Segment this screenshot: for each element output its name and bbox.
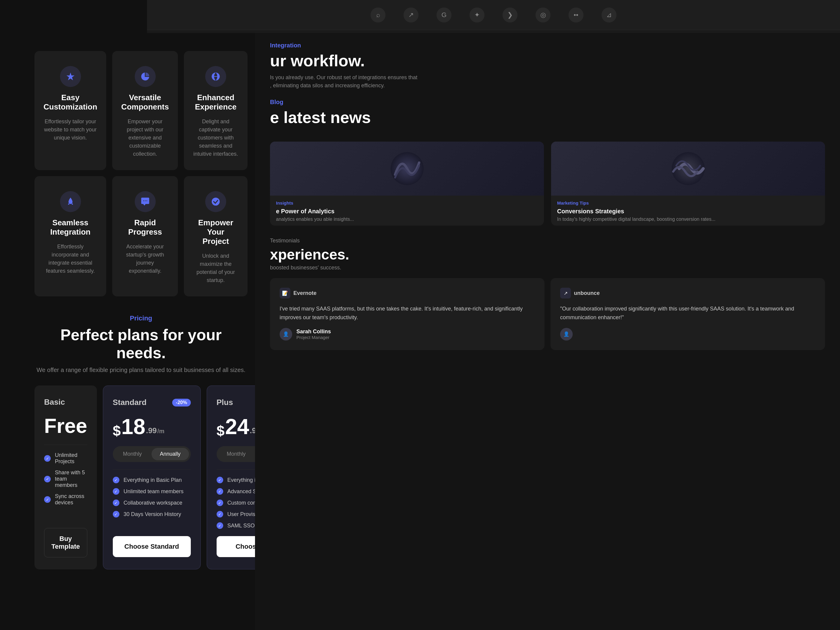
news-card-1-body: Insights e Power of Analytics analytics … <box>270 196 544 226</box>
rocket-icon <box>66 197 75 207</box>
icon-chevron: ❯ <box>502 8 518 22</box>
feature-title-2: Versatile Components <box>121 93 169 112</box>
feature-card-rapid-progress: Rapid Progress Accelerate your startup's… <box>112 176 178 297</box>
feature-card-easy-customization: Easy Customization Effortlessly tailor y… <box>35 51 106 170</box>
enhanced-experience-icon-wrap <box>205 66 226 87</box>
standard-currency: $ <box>113 422 121 439</box>
blog-title: e latest news <box>270 108 825 126</box>
standard-plan-features: ✓ Everything in Basic Plan ✓ Unlimited t… <box>113 477 191 518</box>
icon-bar-top: ⌕ ↗ G ✦ ❯ ◎ •• ⊿ <box>147 0 840 30</box>
feature-desc-2: Empower your project with our extensive … <box>121 118 169 158</box>
feature-title-6: Empower Your Project <box>193 218 238 246</box>
feature-desc-6: Unlock and maximize the potential of you… <box>193 252 238 284</box>
standard-monthly-btn[interactable]: Monthly <box>115 448 150 460</box>
standard-feature-4: ✓ 30 Days Version History <box>113 511 191 518</box>
pricing-title: Perfect plans for your needs. <box>35 326 248 362</box>
seamless-integration-icon-wrap <box>60 191 81 212</box>
basic-plan-features: ✓ Unlimited Projects ✓ Share with 5 team… <box>44 452 87 506</box>
basic-cta-button[interactable]: Buy Template <box>44 528 87 557</box>
icon-star: ✦ <box>469 8 485 22</box>
feature-desc-4: Effortlessly incorporate and integrate e… <box>44 243 97 275</box>
testimonials-title: xperiences. <box>270 246 825 263</box>
plus-plan-name: Plus <box>216 398 233 407</box>
plan-card-basic: Basic Free ✓ Unlimited Projects ✓ Share … <box>35 385 97 569</box>
news-card-2-tag: Marketing Tips <box>557 201 819 205</box>
integration-header: Integration ur workflow. ls you already … <box>255 33 840 93</box>
icon-g: G <box>436 8 452 22</box>
easy-customization-icon-wrap <box>60 66 81 87</box>
pie-chart-icon <box>141 72 150 81</box>
plus-price-number: 24 <box>225 414 249 439</box>
news-card-1-illustration <box>389 151 425 186</box>
check-icon-p3: ✓ <box>216 499 223 506</box>
standard-cta-button[interactable]: Choose Standard <box>113 536 191 557</box>
rapid-progress-icon-wrap <box>135 191 156 212</box>
news-card-1: Insights e Power of Analytics analytics … <box>270 142 544 226</box>
check-icon-p2: ✓ <box>216 488 223 495</box>
standard-price-number: 18 <box>121 414 145 439</box>
check-icon-s1: ✓ <box>113 477 119 483</box>
news-card-2-illustration <box>670 151 706 186</box>
testimonial-2-text: "Our collaboration improved significantl… <box>560 305 815 322</box>
check-icon-3: ✓ <box>44 496 51 503</box>
icon-circle: ◎ <box>535 8 551 22</box>
unbounce-label: unbounce <box>574 290 600 297</box>
news-card-1-tag: Insights <box>276 201 538 205</box>
feature-card-seamless-integration: Seamless Integration Effortlessly incorp… <box>35 176 106 297</box>
testimonials-tag: Testimonials <box>270 238 825 244</box>
standard-annually-btn[interactable]: Annually <box>152 448 189 460</box>
blog-section-header: Blog e latest news <box>255 93 840 129</box>
svg-point-2 <box>145 201 145 201</box>
check-icon-p1: ✓ <box>216 477 223 483</box>
testimonial-1-logo: 📝 Evernote <box>279 288 535 298</box>
testimonials-grid: 📝 Evernote I've tried many SAAS platform… <box>270 278 825 350</box>
globe-icon <box>211 72 221 81</box>
icon-search: ⌕ <box>371 8 385 22</box>
plus-monthly-btn[interactable]: Monthly <box>218 448 254 460</box>
feature-desc-1: Effortlessly tailor your website to matc… <box>44 118 97 142</box>
check-icon-s2: ✓ <box>113 488 119 495</box>
empower-project-icon-wrap <box>205 191 226 212</box>
check-icon-1: ✓ <box>44 455 51 462</box>
testimonials-section: Testimonials xperiences. boosted busines… <box>255 232 840 356</box>
plan-card-standard: Standard -20% $ 18 .99 /m Monthly Annual… <box>103 385 201 569</box>
news-card-2: Marketing Tips Conversions Strategies In… <box>551 142 825 226</box>
check-circle-icon <box>211 197 221 207</box>
author-2-avatar: 👤 <box>560 328 573 341</box>
check-icon-s4: ✓ <box>113 511 119 518</box>
unbounce-icon: ↗ <box>560 288 571 298</box>
evernote-label: Evernote <box>294 290 316 297</box>
feature-card-versatile-components: Versatile Components Empower your projec… <box>112 51 178 170</box>
icon-arrow: ↗ <box>404 8 418 22</box>
standard-billing-toggle: Monthly Annually <box>113 446 191 462</box>
sparkle-icon <box>66 72 75 81</box>
right-panel: Integration ur workflow. ls you already … <box>255 33 840 630</box>
page-wrapper: ⌕ ↗ G ✦ ❯ ◎ •• ⊿ ◉ g ✏ ⊗ ▤ ⊞ e 🔊 Ea <box>0 0 840 630</box>
feature-card-empower-project: Empower Your Project Unlock and maximize… <box>184 176 248 297</box>
author-1-avatar: 👤 <box>279 328 292 341</box>
integration-title: ur workflow. <box>270 51 825 70</box>
author-1-name: Sarah Collins <box>297 328 331 335</box>
testimonial-2-logo: ↗ unbounce <box>560 288 815 298</box>
standard-cents: .99 <box>146 426 156 435</box>
news-card-1-desc: analytics enables you able insights... <box>276 216 538 222</box>
check-icon-p5: ✓ <box>216 522 223 529</box>
testimonials-desc: boosted businesses' success. <box>270 265 825 271</box>
icon-dots: •• <box>568 8 584 22</box>
check-icon-2: ✓ <box>44 476 51 482</box>
feature-title-4: Seamless Integration <box>44 218 97 237</box>
pricing-label: Pricing <box>35 314 248 322</box>
testimonial-1-author: 👤 Sarah Collins Project Manager <box>279 328 535 341</box>
author-1-info: Sarah Collins Project Manager <box>297 328 331 340</box>
features-grid: Easy Customization Effortlessly tailor y… <box>22 45 259 302</box>
pricing-section: Pricing Perfect plans for your needs. We… <box>22 302 259 569</box>
standard-feature-1: ✓ Everything in Basic Plan <box>113 477 191 483</box>
basic-feature-3: ✓ Sync across devices <box>44 493 87 506</box>
feature-desc-3: Delight and captivate your customers wit… <box>193 118 238 158</box>
versatile-components-icon-wrap <box>135 66 156 87</box>
standard-plan-badge: -20% <box>172 399 191 406</box>
feature-title-5: Rapid Progress <box>121 218 169 237</box>
news-card-2-desc: In today's highly competitive digital la… <box>557 216 819 222</box>
basic-plan-price: Free <box>44 414 87 437</box>
integration-desc: ls you already use. Our robust set of in… <box>270 74 825 90</box>
